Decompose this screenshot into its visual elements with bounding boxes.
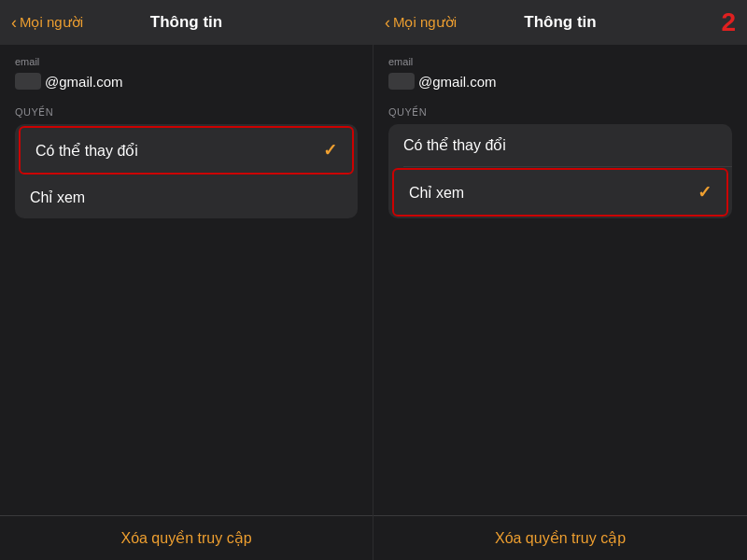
panel-2: ‹ Mọi ngườiThông tin2email@gmail.comQUYỀ… [374, 0, 747, 560]
email-avatar [15, 73, 41, 90]
email-row: @gmail.com [388, 73, 732, 90]
option-text-0: Có thể thay đổi [35, 142, 138, 160]
chevron-left-icon: ‹ [385, 14, 390, 31]
email-label: email [15, 56, 358, 67]
email-row: @gmail.com [15, 73, 358, 90]
option-row-1[interactable]: Chỉ xem✓ [394, 170, 726, 215]
option-text-0: Có thể thay đổi [403, 136, 506, 154]
nav-back-button[interactable]: ‹ Mọi người [11, 14, 83, 31]
email-section: email@gmail.com [0, 45, 373, 97]
delete-section: Xóa quyền truy cập [374, 515, 747, 560]
option-row-0[interactable]: Có thể thay đổi✓ [21, 128, 352, 173]
email-address: @gmail.com [45, 74, 123, 90]
spacer [374, 224, 747, 515]
step-number: 2 [721, 7, 736, 37]
delete-section: Xóa quyền truy cập [0, 515, 373, 560]
option-highlight-0: Có thể thay đổi✓ [19, 126, 354, 175]
option-highlight-1: Chỉ xem✓ [392, 168, 728, 217]
option-check-1: ✓ [698, 182, 712, 203]
option-text-1: Chỉ xem [409, 184, 464, 202]
nav-title: Thông tin [524, 13, 596, 32]
option-check-0: ✓ [323, 140, 337, 161]
delete-access-button[interactable]: Xóa quyền truy cập [388, 529, 732, 547]
quyen-section: QUYỀNCó thể thay đổiChỉ xem✓ [374, 97, 747, 224]
email-address: @gmail.com [418, 74, 497, 90]
spacer [0, 224, 373, 515]
option-row-1[interactable]: Chỉ xem [15, 176, 358, 218]
nav-title: Thông tin [150, 13, 222, 32]
option-row-0[interactable]: Có thể thay đổi [388, 124, 732, 166]
panel-1: ‹ Mọi ngườiThông tin1email@gmail.comQUYỀ… [0, 0, 374, 560]
chevron-left-icon: ‹ [11, 14, 17, 31]
back-label: Mọi người [20, 14, 83, 31]
nav-bar: ‹ Mọi ngườiThông tin [374, 0, 747, 45]
email-section: email@gmail.com [374, 45, 747, 97]
quyen-label: QUYỀN [388, 106, 732, 119]
email-label: email [388, 56, 732, 67]
nav-bar: ‹ Mọi ngườiThông tin [0, 0, 373, 45]
option-text-1: Chỉ xem [30, 189, 85, 206]
quyen-section: QUYỀNCó thể thay đổi✓Chỉ xem [0, 97, 373, 224]
email-avatar [388, 73, 415, 90]
quyen-label: QUYỀN [15, 106, 358, 119]
nav-back-button[interactable]: ‹ Mọi người [385, 14, 457, 31]
delete-access-button[interactable]: Xóa quyền truy cập [15, 529, 358, 547]
back-label: Mọi người [393, 14, 457, 31]
options-container: Có thể thay đổi✓Chỉ xem [15, 124, 358, 218]
options-container: Có thể thay đổiChỉ xem✓ [388, 124, 732, 218]
